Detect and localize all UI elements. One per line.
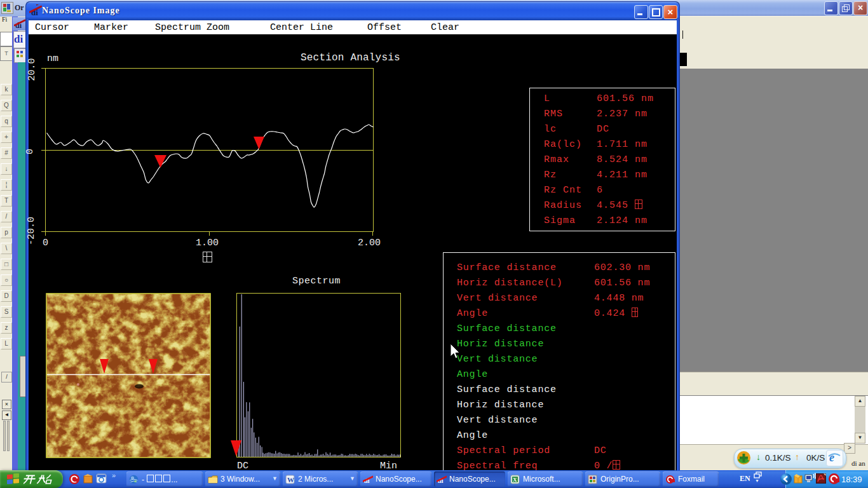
svg-text:X: X <box>513 477 517 483</box>
svg-text:e: e <box>829 451 834 464</box>
svg-text:W: W <box>287 476 294 484</box>
